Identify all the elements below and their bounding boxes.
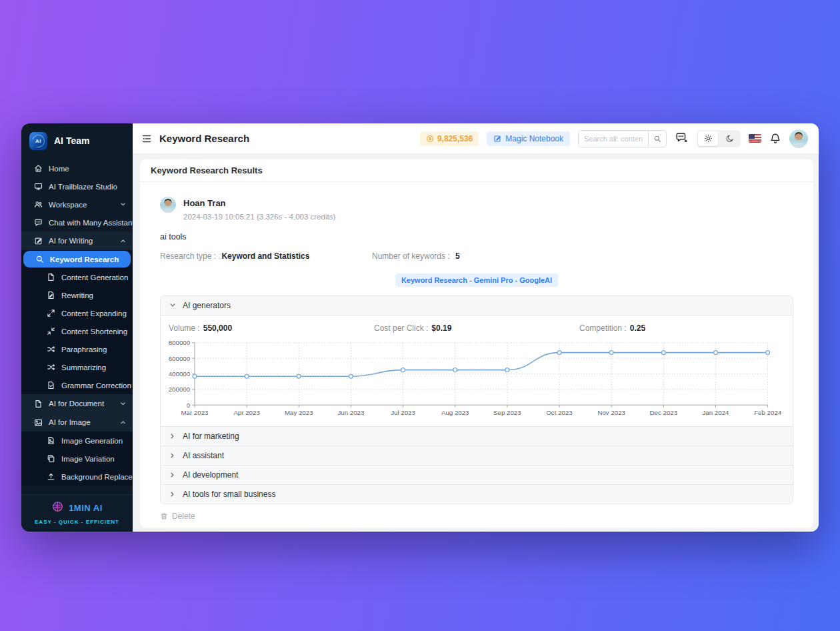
search-button[interactable] [648,131,666,147]
research-type-value: Keyword and Statistics [221,251,309,261]
app-title: AI Team [54,135,89,146]
shuffle-icon [47,363,55,372]
sidebar-item-ai-trailblazer-studio[interactable]: AI Trailblazer Studio [21,177,133,195]
main-area: Keyword Research 9,825,536 Magic Noteboo… [133,123,819,532]
brain-logo-icon [51,500,64,516]
svg-text:Jun 2023: Jun 2023 [337,409,364,416]
sidebar-item-ai-for-document[interactable]: AI for Document [21,394,133,413]
us-flag-icon[interactable] [749,134,761,143]
sidebar-item-home[interactable]: Home [21,159,133,177]
sidebar-footer[interactable]: 1MIN AI EASY - QUICK - EFFICIENT [21,494,133,532]
result-user-avatar [160,197,176,213]
sidebar-collapse-icon[interactable] [141,133,152,144]
svg-text:May 2023: May 2023 [285,409,313,416]
keyword-details: Volume :550,000Cost per Click :$0.19Comp… [161,315,793,426]
sidebar-item-label: AI for Writing [49,237,93,245]
chevron-right-icon [169,452,176,459]
upload-icon [47,472,55,481]
search-input[interactable] [579,131,648,147]
svg-text:Mar 2023: Mar 2023 [181,409,208,416]
sidebar-item-keyword-research[interactable]: Keyword Research [21,250,133,268]
copy-icon [47,454,55,463]
keyword-accordion-header-ai-generators[interactable]: AI generators [161,296,793,315]
sidebar-item-content-generation[interactable]: Content Generation [21,268,133,286]
svg-text:0: 0 [187,402,191,409]
sidebar-nav: HomeAI Trailblazer StudioWorkspaceChat w… [21,157,133,494]
chevron-down-icon [120,401,126,407]
monitor-icon [34,182,43,191]
model-badge-row: Keyword Research - Gemini Pro - GoogleAI [160,273,793,287]
sidebar-item-ai-for-writing[interactable]: AI for Writing [21,231,133,250]
query-text: ai tools [160,232,793,241]
file-check-icon [47,381,55,390]
sidebar-item-content-expanding[interactable]: Content Expanding [21,304,133,322]
image-icon [34,418,43,427]
credits-badge[interactable]: 9,825,536 [420,131,479,146]
keyword-accordion: AI generatorsVolume :550,000Cost per Cli… [160,295,793,504]
chevron-right-icon [169,472,176,478]
sidebar-item-label: Home [49,165,69,173]
trash-icon [160,512,168,520]
keyword-accordion-header-ai-development[interactable]: AI development [161,466,793,484]
results-section-title: Keyword Research Results [140,159,813,182]
user-avatar[interactable] [789,129,808,148]
magic-notebook-label: Magic Notebook [505,134,563,143]
light-theme-button[interactable] [698,131,718,146]
keyword-accordion-header-ai-assistant[interactable]: AI assistant [161,446,793,465]
keyword-name: AI tools for small business [183,490,275,499]
keyword-name: AI generators [183,301,231,310]
sidebar: AI AI Team HomeAI Trailblazer StudioWork… [21,123,133,532]
keywords-count-value: 5 [455,251,460,261]
notebook-edit-icon [493,135,501,143]
sidebar-item-summarizing[interactable]: Summarizing [21,358,133,376]
results-card: Keyword Research Results Hoan Tran 2024-… [140,159,813,528]
global-search [578,130,667,147]
keyword-name: AI assistant [183,451,224,460]
sidebar-item-workspace[interactable]: Workspace [21,195,133,213]
pen-square-icon [34,237,43,245]
delete-button[interactable]: Delete [160,512,793,521]
sidebar-item-grammar-correction[interactable]: Grammar Correction [21,376,133,394]
magic-notebook-button[interactable]: Magic Notebook [487,131,570,146]
sidebar-item-label: Grammar Correction [61,382,131,390]
keyword-item-ai-development: AI development [161,466,793,485]
svg-text:Feb 2024: Feb 2024 [754,409,782,416]
keyword-accordion-header-ai-tools-for-small-business[interactable]: AI tools for small business [161,485,793,504]
chat-icon [34,218,43,227]
app-logo-row[interactable]: AI AI Team [21,123,133,157]
moon-icon [725,134,734,143]
cpc-value: $0.19 [431,324,451,333]
sidebar-item-image-generation[interactable]: Image Generation [21,432,133,450]
svg-text:Sep 2023: Sep 2023 [493,409,521,416]
dark-theme-button[interactable] [719,131,739,146]
sidebar-item-background-replacement[interactable]: Background Replacement [21,468,133,486]
home-icon [34,164,43,173]
sidebar-item-content-shortening[interactable]: Content Shortening [21,322,133,340]
sidebar-item-paraphrasing[interactable]: Paraphrasing [21,340,133,358]
shuffle-icon [47,345,55,354]
sidebar-item-ai-for-image[interactable]: AI for Image [21,413,133,432]
keyword-name: AI for marketing [183,432,239,441]
notifications-bell-icon[interactable] [769,133,781,145]
sidebar-item-rewriting[interactable]: Rewriting [21,286,133,304]
chat-support-icon[interactable] [675,131,689,145]
research-meta-row: Research type : Keyword and Statistics N… [160,251,793,261]
sidebar-item-chat-with-many-assistants[interactable]: Chat with Many Assistants [21,213,133,231]
theme-toggle [697,130,741,147]
svg-text:Aug 2023: Aug 2023 [441,409,469,416]
keyword-accordion-header-ai-for-marketing[interactable]: AI for marketing [161,427,793,446]
sidebar-item-label: Image Variation [61,455,115,463]
file-icon [47,273,55,281]
chevron-down-icon [169,302,176,309]
sidebar-item-label: Summarizing [61,364,106,372]
svg-text:600000: 600000 [169,355,191,362]
svg-text:800000: 800000 [169,339,191,346]
chevron-up-icon [120,238,126,244]
image-file-icon [47,436,55,445]
line-chart-svg: 0200000400000600000800000Mar 2023Apr 202… [169,338,785,418]
search-volume-chart: 0200000400000600000800000Mar 2023Apr 202… [169,338,785,418]
sidebar-item-label: AI for Document [49,400,104,408]
search-icon [653,135,661,143]
ai-team-logo-icon: AI [29,132,47,150]
sidebar-item-image-variation[interactable]: Image Variation [21,450,133,468]
